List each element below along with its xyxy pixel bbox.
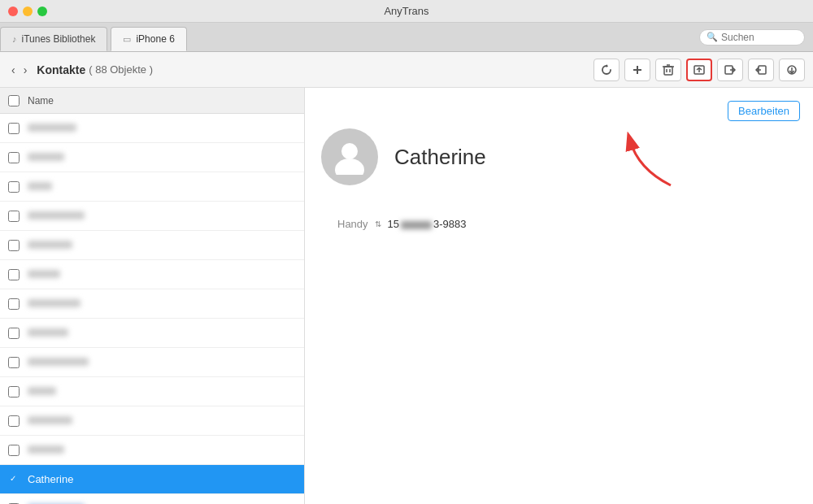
contact-item-name — [28, 210, 85, 222]
item-checkbox[interactable] — [8, 328, 20, 339]
avatar — [321, 128, 378, 185]
list-item[interactable] — [0, 114, 304, 143]
list-item[interactable] — [0, 143, 304, 172]
iphone-icon: ▭ — [123, 34, 131, 45]
contact-name: Catherine — [394, 145, 486, 170]
toolbar-actions — [593, 59, 805, 81]
app-title: AnyTrans — [384, 5, 428, 17]
item-checkbox[interactable] — [8, 123, 20, 134]
export-button[interactable] — [717, 59, 743, 81]
breadcrumb: Kontakte ( 88 Objekte ) — [37, 63, 593, 76]
contact-item-name — [28, 180, 52, 193]
toolbar: ‹ › Kontakte ( 88 Objekte ) — [0, 52, 813, 88]
list-item[interactable] — [0, 202, 304, 231]
list-item[interactable] — [0, 172, 304, 202]
list-item[interactable] — [0, 406, 304, 436]
tab-iphone-label: iPhone 6 — [136, 33, 174, 45]
refresh-button[interactable] — [593, 59, 620, 81]
tab-iphone[interactable]: ▭ iPhone 6 — [111, 27, 186, 51]
item-checkbox[interactable] — [8, 445, 20, 456]
traffic-lights — [8, 7, 47, 16]
transfer-to-device-button[interactable] — [686, 59, 712, 81]
contact-list: Name CatherineJustine — [0, 88, 305, 504]
contact-items: CatherineJustine — [0, 114, 304, 504]
main-content: Name CatherineJustine Bearbeiten Catheri… — [0, 88, 813, 504]
edit-button[interactable]: Bearbeiten — [728, 101, 800, 121]
tab-itunes[interactable]: ♪ iTunes Bibliothek — [0, 27, 107, 51]
item-checkbox[interactable] — [8, 415, 20, 427]
contact-item-name — [28, 385, 56, 398]
contact-item-name — [28, 327, 68, 339]
list-item[interactable] — [0, 260, 304, 289]
detail-panel: Bearbeiten Catherine Handy ⇅ 153-9883 — [305, 88, 813, 504]
list-item[interactable] — [0, 377, 304, 406]
contact-detail-header: Catherine — [321, 128, 797, 185]
item-checkbox[interactable] — [8, 240, 20, 251]
delete-button[interactable] — [655, 59, 681, 81]
list-item[interactable] — [0, 348, 304, 377]
nav-back-button[interactable]: ‹ — [8, 62, 19, 78]
add-button[interactable] — [624, 59, 650, 81]
item-checkbox[interactable] — [8, 152, 20, 163]
item-checkbox[interactable] — [8, 298, 20, 310]
nav-buttons: ‹ › — [8, 62, 30, 78]
item-checkbox[interactable] — [8, 181, 20, 193]
contact-phone: Handy ⇅ 153-9883 — [337, 218, 797, 230]
phone-sort-icon: ⇅ — [375, 219, 381, 228]
list-header: Name — [0, 88, 304, 114]
contact-item-name — [28, 415, 72, 427]
nav-forward-button[interactable]: › — [20, 62, 31, 78]
maximize-button[interactable] — [37, 7, 47, 16]
tabbar: ♪ iTunes Bibliothek ▭ iPhone 6 🔍 — [0, 23, 813, 52]
tab-itunes-label: iTunes Bibliothek — [22, 33, 96, 45]
name-column-header: Name — [28, 95, 54, 106]
item-checkbox[interactable] — [8, 386, 20, 398]
list-item[interactable]: Catherine — [0, 465, 304, 494]
contact-item-name: Catherine — [28, 473, 73, 485]
contact-item-name — [28, 239, 72, 251]
contact-item-name — [28, 268, 60, 280]
item-checkbox[interactable] — [8, 474, 20, 485]
close-button[interactable] — [8, 7, 18, 16]
import-itunes-button[interactable] — [748, 59, 774, 81]
svg-rect-2 — [664, 67, 672, 75]
contact-item-name — [28, 444, 64, 456]
phone-label: Handy — [337, 218, 368, 230]
search-icon: 🔍 — [706, 32, 718, 42]
contact-item-name — [28, 122, 76, 134]
select-all-checkbox[interactable] — [8, 95, 20, 106]
titlebar: AnyTrans — [0, 0, 813, 23]
itunes-icon: ♪ — [12, 34, 17, 44]
list-item[interactable] — [0, 494, 304, 504]
list-item[interactable] — [0, 436, 304, 465]
item-checkbox[interactable] — [8, 211, 20, 222]
svg-point-16 — [335, 159, 364, 175]
section-count: ( 88 Objekte ) — [89, 63, 153, 76]
import-button[interactable] — [779, 59, 805, 81]
search-input[interactable] — [721, 32, 798, 43]
contact-item-name — [28, 356, 89, 368]
search-box: 🔍 — [699, 29, 805, 46]
svg-point-15 — [341, 143, 358, 159]
list-item[interactable] — [0, 289, 304, 319]
contact-item-name — [28, 298, 80, 310]
minimize-button[interactable] — [23, 7, 33, 16]
contact-item-name — [28, 151, 64, 163]
item-checkbox[interactable] — [8, 357, 20, 368]
list-item[interactable] — [0, 231, 304, 260]
item-checkbox[interactable] — [8, 269, 20, 280]
section-title: Kontakte — [37, 63, 85, 76]
phone-number: 153-9883 — [388, 218, 467, 230]
list-item[interactable] — [0, 319, 304, 348]
